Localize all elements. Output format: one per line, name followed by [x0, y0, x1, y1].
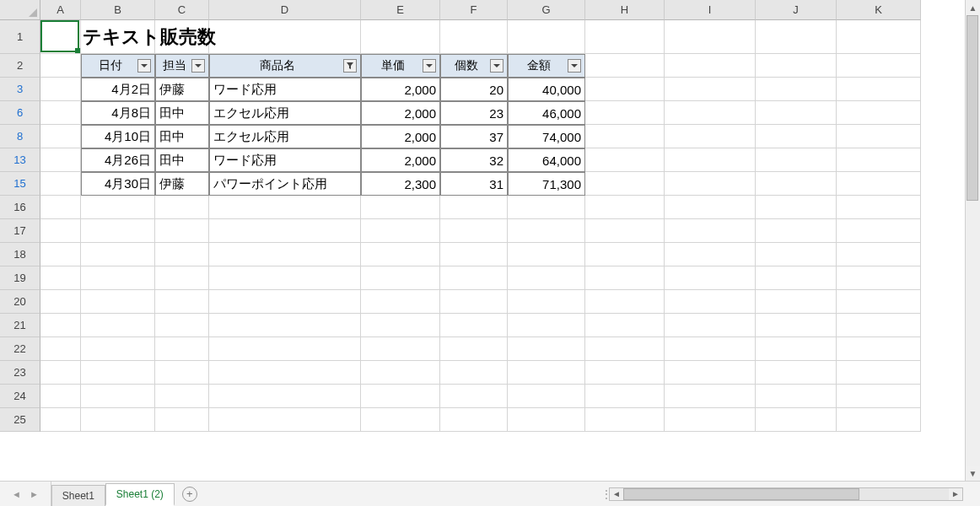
cell[interactable]: [209, 196, 361, 219]
cell[interactable]: [440, 290, 508, 314]
cell[interactable]: [585, 290, 665, 314]
cell[interactable]: [585, 196, 665, 219]
cell[interactable]: [40, 196, 81, 219]
cell[interactable]: [665, 101, 756, 125]
row-header-20[interactable]: 20: [0, 290, 40, 314]
add-sheet-button[interactable]: +: [175, 482, 205, 506]
cell[interactable]: [40, 101, 81, 125]
table-cell-staff[interactable]: 田中: [155, 148, 209, 172]
cell[interactable]: [361, 196, 440, 219]
column-header-I[interactable]: I: [665, 0, 756, 20]
table-cell-product[interactable]: エクセル応用: [209, 125, 361, 148]
cell[interactable]: [585, 243, 665, 266]
row-header-8[interactable]: 8: [0, 125, 40, 148]
cell[interactable]: [756, 196, 837, 219]
cell[interactable]: [508, 20, 585, 54]
cell[interactable]: [756, 125, 837, 148]
cell[interactable]: [209, 219, 361, 243]
cell[interactable]: [508, 196, 585, 219]
filter-dropdown-icon[interactable]: [568, 59, 581, 73]
cell[interactable]: [209, 243, 361, 266]
cell[interactable]: [665, 148, 756, 172]
cell[interactable]: [837, 314, 921, 337]
row-header-21[interactable]: 21: [0, 314, 40, 337]
cell[interactable]: [440, 20, 508, 54]
column-header-K[interactable]: K: [837, 0, 921, 20]
row-header-13[interactable]: 13: [0, 148, 40, 172]
cell[interactable]: [40, 361, 81, 385]
hscroll-thumb[interactable]: [623, 488, 859, 500]
cell[interactable]: [81, 266, 155, 290]
cell[interactable]: [40, 148, 81, 172]
cell[interactable]: [40, 20, 81, 54]
table-cell-qty[interactable]: 20: [440, 78, 508, 101]
sheet-tab[interactable]: Sheet1: [51, 485, 105, 506]
cell[interactable]: [508, 337, 585, 361]
cell[interactable]: [440, 219, 508, 243]
cell[interactable]: [756, 78, 837, 101]
cell[interactable]: [837, 337, 921, 361]
cell[interactable]: [81, 314, 155, 337]
table-cell-amount[interactable]: 74,000: [508, 125, 585, 148]
cell[interactable]: [81, 219, 155, 243]
cell[interactable]: [665, 219, 756, 243]
cell[interactable]: [361, 290, 440, 314]
table-header-0[interactable]: 日付: [81, 54, 155, 78]
cell[interactable]: [665, 408, 756, 432]
cell[interactable]: [361, 266, 440, 290]
table-cell-amount[interactable]: 64,000: [508, 148, 585, 172]
cell[interactable]: [440, 266, 508, 290]
cell[interactable]: [40, 243, 81, 266]
cell[interactable]: [756, 314, 837, 337]
cell[interactable]: [756, 148, 837, 172]
sheet-tab[interactable]: Sheet1 (2): [105, 483, 175, 506]
filter-dropdown-icon[interactable]: [423, 59, 436, 73]
vertical-scrollbar[interactable]: ▲ ▼: [965, 0, 980, 481]
cell[interactable]: [361, 20, 440, 54]
table-cell-product[interactable]: エクセル応用: [209, 101, 361, 125]
cell[interactable]: [837, 361, 921, 385]
cell[interactable]: [756, 408, 837, 432]
column-header-A[interactable]: A: [40, 0, 81, 20]
cell[interactable]: [837, 20, 921, 54]
cell[interactable]: [40, 219, 81, 243]
row-header-2[interactable]: 2: [0, 54, 40, 78]
table-header-2[interactable]: 商品名: [209, 54, 361, 78]
cell[interactable]: [508, 266, 585, 290]
horizontal-scrollbar[interactable]: ◄ ►: [609, 487, 963, 501]
cell[interactable]: [209, 385, 361, 408]
cell[interactable]: [361, 314, 440, 337]
vscroll-track[interactable]: [966, 15, 980, 466]
table-cell-price[interactable]: 2,000: [361, 148, 440, 172]
cell[interactable]: [837, 243, 921, 266]
table-cell-staff[interactable]: 田中: [155, 101, 209, 125]
cell[interactable]: [209, 408, 361, 432]
cell[interactable]: [440, 314, 508, 337]
cell[interactable]: [756, 54, 837, 78]
cell[interactable]: [361, 219, 440, 243]
cell[interactable]: [155, 314, 209, 337]
cell[interactable]: [837, 125, 921, 148]
cell[interactable]: [40, 78, 81, 101]
cell[interactable]: [361, 337, 440, 361]
cell[interactable]: [81, 408, 155, 432]
row-header-17[interactable]: 17: [0, 219, 40, 243]
cell[interactable]: [756, 290, 837, 314]
table-cell-qty[interactable]: 23: [440, 101, 508, 125]
cell[interactable]: [440, 337, 508, 361]
cell[interactable]: [756, 243, 837, 266]
table-cell-staff[interactable]: 伊藤: [155, 78, 209, 101]
cell[interactable]: [361, 243, 440, 266]
cell[interactable]: [508, 361, 585, 385]
cell[interactable]: [756, 172, 837, 196]
cell[interactable]: [209, 290, 361, 314]
table-cell-product[interactable]: パワーポイント応用: [209, 172, 361, 196]
cell[interactable]: [665, 361, 756, 385]
table-cell-price[interactable]: 2,000: [361, 125, 440, 148]
cell[interactable]: [585, 408, 665, 432]
cell[interactable]: [665, 337, 756, 361]
row-header-1[interactable]: 1: [0, 20, 40, 54]
cell[interactable]: [40, 290, 81, 314]
column-header-F[interactable]: F: [440, 0, 508, 20]
cell[interactable]: [665, 54, 756, 78]
